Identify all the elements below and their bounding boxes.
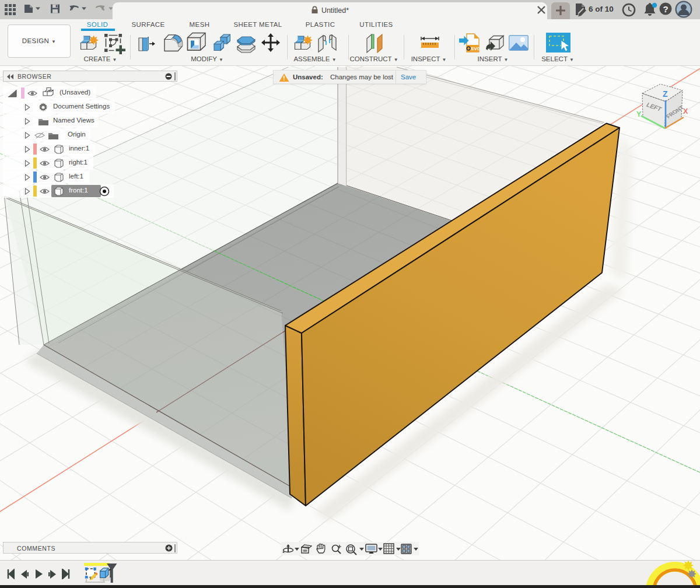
svg-text:SVG: SVG xyxy=(471,46,480,51)
svg-text:Z: Z xyxy=(663,89,668,99)
svg-text:Y: Y xyxy=(636,110,642,118)
svg-text:X: X xyxy=(683,107,688,116)
svg-text:!: ! xyxy=(283,75,285,82)
svg-text:?: ? xyxy=(663,4,668,14)
